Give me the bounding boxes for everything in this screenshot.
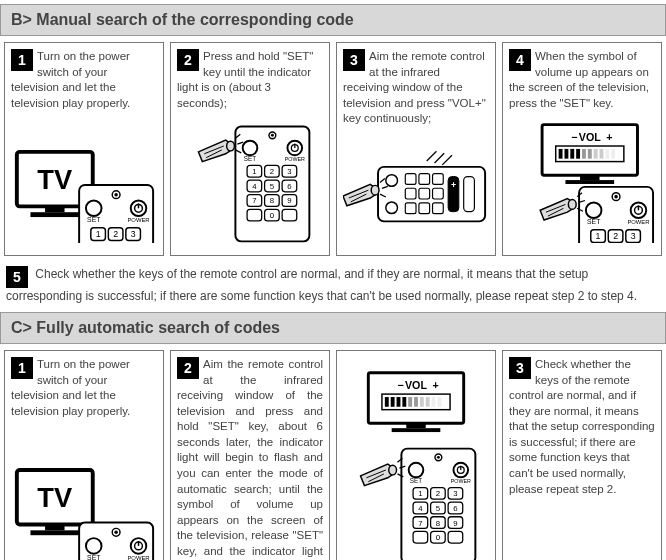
step-number: 2 [177,357,199,379]
illustration-vol-screen-set [509,123,655,243]
svg-line-86 [427,151,437,161]
step-number: 2 [177,49,199,71]
step-b4: 4 When the symbol of volume up appears o… [502,42,662,256]
step-c-illustration [336,350,496,560]
step-number: 5 [6,266,28,288]
svg-line-87 [434,153,444,163]
step-number: 3 [343,49,365,71]
step-c1: 1 Turn on the power switch of your telev… [4,350,164,560]
step-c2: 2 Aim the remote control at the infrared… [170,350,330,560]
svg-line-88 [442,155,452,165]
illustration-tv-remote [11,123,157,243]
section-c-heading: C> Fully automatic search of codes [0,312,666,344]
illustration-aim-volplus [343,131,489,251]
step-number: 3 [509,357,531,379]
step-text: Check whether the keys of the remote con… [6,267,637,303]
illustration-tv-remote [11,431,157,560]
illustration-auto-search [343,366,489,560]
step-number: 1 [11,49,33,71]
step-b5: 5 Check whether the keys of the remote c… [0,262,666,309]
step-b2: 2 Press and hold "SET" key until the ind… [170,42,330,256]
step-b3: 3 Aim the remote control at the infrared… [336,42,496,256]
step-number: 4 [509,49,531,71]
step-text: Aim the remote control at the infrared r… [177,357,323,560]
step-number: 1 [11,357,33,379]
step-c3: 3 Check whether the keys of the remote c… [502,350,662,560]
step-b1: 1 Turn on the power switch of your telev… [4,42,164,256]
illustration-press-set [177,123,323,243]
section-b-heading: B> Manual search of the corresponding co… [0,4,666,36]
